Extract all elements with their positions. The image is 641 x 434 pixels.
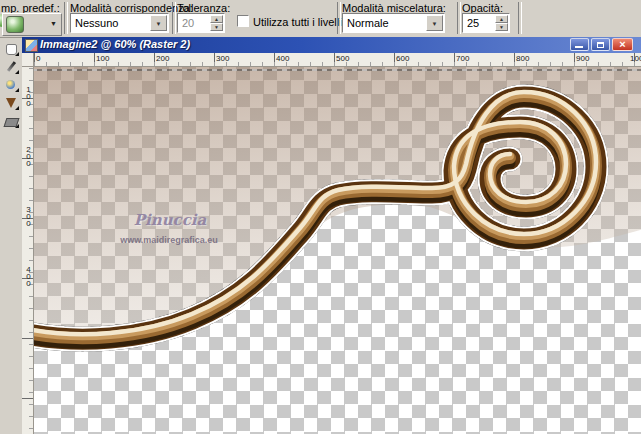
ruler-label: 800	[516, 54, 529, 63]
ruler-label: 900	[576, 54, 589, 63]
spin-down-icon[interactable]: ▼	[210, 23, 223, 31]
chevron-down-icon: ▼	[50, 20, 57, 27]
tolerance-value: 20	[182, 17, 194, 29]
ruler-label: 700	[456, 54, 469, 63]
minimize-button[interactable]	[570, 38, 589, 51]
preset-dropdown-button[interactable]: ▼	[2, 13, 62, 36]
dropper-tool-button[interactable]	[2, 59, 20, 75]
ruler-label: 600	[396, 54, 409, 63]
match-mode-value: Nessuno	[75, 17, 118, 29]
ruler-label: 200	[23, 145, 33, 166]
preset-icon	[6, 16, 24, 33]
blend-mode-select[interactable]: Normale ▼	[342, 13, 445, 33]
chevron-down-icon[interactable]: ▼	[150, 15, 167, 31]
tolerance-spinner[interactable]: 20 ▲ ▼	[177, 13, 225, 33]
fill-tool-button[interactable]	[2, 113, 20, 129]
ruler-label: 200	[156, 54, 169, 63]
ruler-label: 400	[276, 54, 289, 63]
document-window: Immagine2 @ 60% (Raster 2) × 0 100 200 3…	[22, 37, 641, 434]
ruler-label: 400	[23, 265, 33, 286]
ruler-label: 100	[23, 85, 33, 106]
window-title: Immagine2 @ 60% (Raster 2)	[40, 38, 190, 50]
flyout-arrow-icon	[15, 52, 19, 56]
spin-up-icon[interactable]: ▲	[495, 15, 508, 23]
watermark-text: Pinuccia	[110, 211, 230, 229]
restore-button[interactable]	[591, 38, 610, 51]
tool-options-toolbar: mp. predef.: ▼ Modalità corrispondenza: …	[0, 0, 641, 38]
ruler-label: 500	[336, 54, 349, 63]
chevron-down-icon[interactable]: ▼	[426, 15, 443, 31]
horizontal-ruler: 0 100 200 300 400 500 600 700 800 900 10…	[34, 53, 641, 67]
ruler-label: 100	[96, 54, 109, 63]
blend-mode-value: Normale	[347, 17, 389, 29]
spin-down-icon[interactable]: ▼	[495, 23, 508, 31]
opacity-value: 25	[467, 17, 479, 29]
ruler-minor-ticks	[29, 68, 33, 434]
minimize-icon	[575, 46, 583, 48]
watermark-url: www.maidiregrafica.eu	[94, 235, 244, 245]
ruler-label: 0	[36, 54, 40, 63]
toolbar-separator	[64, 2, 68, 34]
canvas[interactable]: Pinuccia www.maidiregrafica.eu	[34, 67, 641, 434]
match-mode-select[interactable]: Nessuno ▼	[70, 13, 169, 33]
image-layer-svg	[34, 67, 641, 434]
flyout-arrow-icon	[15, 106, 19, 110]
ruler-label: 300	[23, 205, 33, 226]
all-layers-checkbox[interactable]	[237, 15, 249, 27]
ruler-label: 1000	[630, 54, 641, 63]
toolbar-separator	[172, 2, 176, 34]
brush-tool-button[interactable]	[2, 95, 20, 111]
ruler-corner	[22, 53, 34, 67]
toolbar-separator	[518, 2, 522, 34]
opacity-spinner[interactable]: 25 ▲ ▼	[462, 13, 510, 33]
spin-up-icon[interactable]: ▲	[210, 15, 223, 23]
flyout-arrow-icon	[15, 70, 19, 74]
close-button[interactable]: ×	[612, 38, 633, 51]
ruler-label: 300	[216, 54, 229, 63]
titlebar[interactable]: Immagine2 @ 60% (Raster 2) ×	[22, 37, 641, 53]
flyout-arrow-icon	[15, 124, 19, 128]
app-window: mp. predef.: ▼ Modalità corrispondenza: …	[0, 0, 641, 434]
toolbar-separator	[457, 2, 461, 34]
pan-tool-button[interactable]	[2, 41, 20, 57]
flyout-arrow-icon	[15, 88, 19, 92]
restore-icon	[597, 42, 604, 48]
image-window-icon	[25, 39, 38, 52]
toolbar-separator	[337, 2, 341, 34]
vertical-ruler: 100 200 300 400	[22, 67, 34, 434]
tools-toolbar	[0, 38, 23, 434]
selection-tool-button[interactable]	[2, 77, 20, 93]
all-layers-label: Utilizza tutti i livelli	[253, 16, 342, 28]
